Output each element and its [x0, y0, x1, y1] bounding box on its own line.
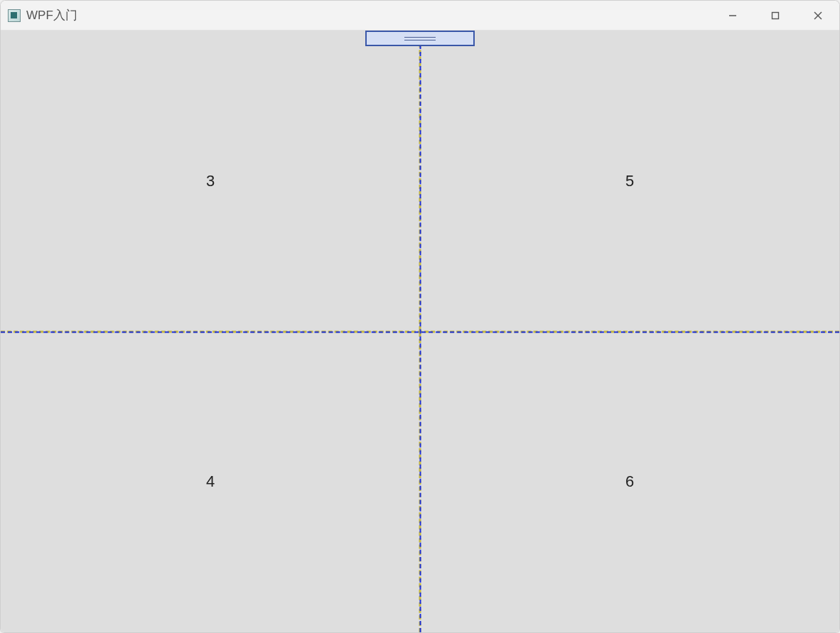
close-button[interactable]	[797, 1, 839, 30]
grid-cell-top-left: 3	[1, 31, 420, 332]
grid-cell-bottom-left: 4	[1, 332, 420, 633]
cell-label: 4	[206, 472, 215, 491]
cell-label: 3	[206, 172, 215, 190]
grid-cell-top-right: 5	[420, 31, 839, 332]
close-icon	[813, 11, 823, 21]
title-bar[interactable]: WPF入门	[1, 1, 839, 31]
svg-rect-1	[772, 12, 779, 18]
maximize-icon	[770, 11, 780, 21]
app-window: WPF入门 3	[0, 0, 840, 633]
cell-label: 5	[625, 172, 634, 190]
maximize-button[interactable]	[754, 1, 797, 30]
layout-grid: 3 5 4 6	[1, 31, 839, 632]
minimize-button[interactable]	[711, 1, 754, 30]
window-title: WPF入门	[26, 7, 77, 23]
client-area: 3 5 4 6	[1, 31, 839, 632]
app-icon	[8, 9, 21, 22]
minimize-icon	[728, 11, 738, 21]
grip-line-icon	[404, 37, 436, 38]
grid-splitter-thumb[interactable]	[365, 31, 475, 46]
window-controls	[711, 1, 839, 30]
cell-label: 6	[625, 472, 634, 491]
title-bar-left: WPF入门	[8, 7, 77, 23]
grip-line-icon	[404, 40, 436, 40]
grid-cell-bottom-right: 6	[420, 332, 839, 633]
